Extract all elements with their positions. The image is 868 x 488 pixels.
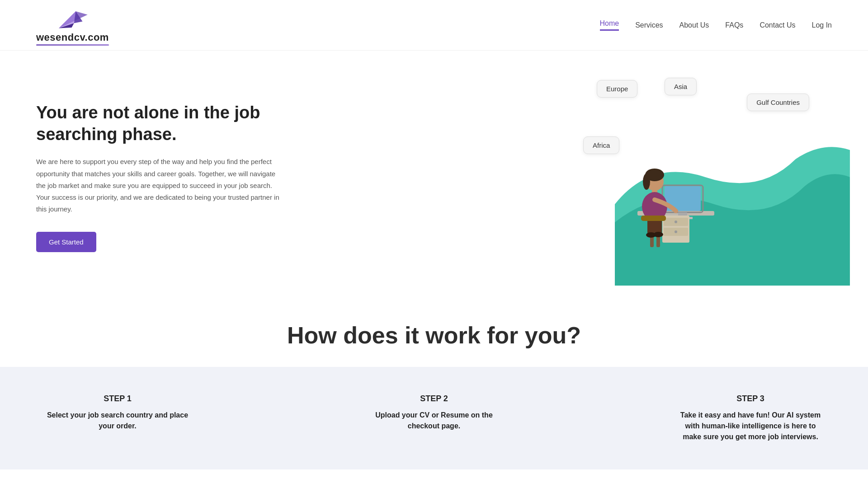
logo-text: wesendcv.com	[36, 32, 109, 43]
hero-section: You are not alone in the job searching p…	[0, 51, 868, 295]
hero-left: You are not alone in the job searching p…	[36, 102, 307, 252]
svg-point-12	[675, 221, 677, 223]
svg-point-18	[643, 174, 650, 190]
step-3-desc: Take it easy and have fun! Our AI system…	[678, 410, 823, 442]
nav: Home Services About Us FAQs Contact Us L…	[600, 19, 832, 31]
get-started-button[interactable]: Get Started	[36, 232, 96, 252]
step-2: STEP 2 Upload your CV or Resume on the c…	[362, 394, 506, 442]
bubble-europe: Europe	[597, 80, 637, 98]
svg-rect-25	[641, 216, 666, 221]
svg-point-24	[653, 232, 663, 237]
hero-description: We are here to support you every step of…	[36, 156, 280, 215]
how-title: How does it work for you?	[36, 322, 832, 349]
hero-illustration: Europe Asia Gulf Countries Africa	[579, 69, 832, 286]
nav-login[interactable]: Log In	[812, 21, 832, 29]
step-1: STEP 1 Select your job search country an…	[45, 394, 190, 442]
step-2-desc: Upload your CV or Resume on the checkout…	[362, 410, 506, 432]
step-1-desc: Select your job search country and place…	[45, 410, 190, 432]
person-at-desk-icon	[624, 145, 723, 249]
bubble-africa: Africa	[583, 136, 619, 154]
nav-services[interactable]: Services	[635, 21, 663, 29]
bubble-gulf: Gulf Countries	[747, 94, 809, 111]
nav-about[interactable]: About Us	[679, 21, 709, 29]
nav-faqs[interactable]: FAQs	[725, 21, 743, 29]
logo-underline	[36, 44, 109, 46]
nav-home[interactable]: Home	[600, 19, 619, 31]
bubble-asia: Asia	[665, 78, 697, 95]
logo-icon	[54, 5, 90, 32]
step-2-label: STEP 2	[362, 394, 506, 404]
step-3: STEP 3 Take it easy and have fun! Our AI…	[678, 394, 823, 442]
how-section: How does it work for you?	[0, 295, 868, 349]
nav-contact[interactable]: Contact Us	[760, 21, 795, 29]
step-1-label: STEP 1	[45, 394, 190, 404]
logo: wesendcv.com	[36, 5, 109, 46]
step-3-label: STEP 3	[678, 394, 823, 404]
svg-point-13	[675, 230, 677, 233]
steps-section: STEP 1 Select your job search country an…	[0, 367, 868, 469]
header: wesendcv.com Home Services About Us FAQs…	[0, 0, 868, 51]
hero-title: You are not alone in the job searching p…	[36, 102, 307, 145]
